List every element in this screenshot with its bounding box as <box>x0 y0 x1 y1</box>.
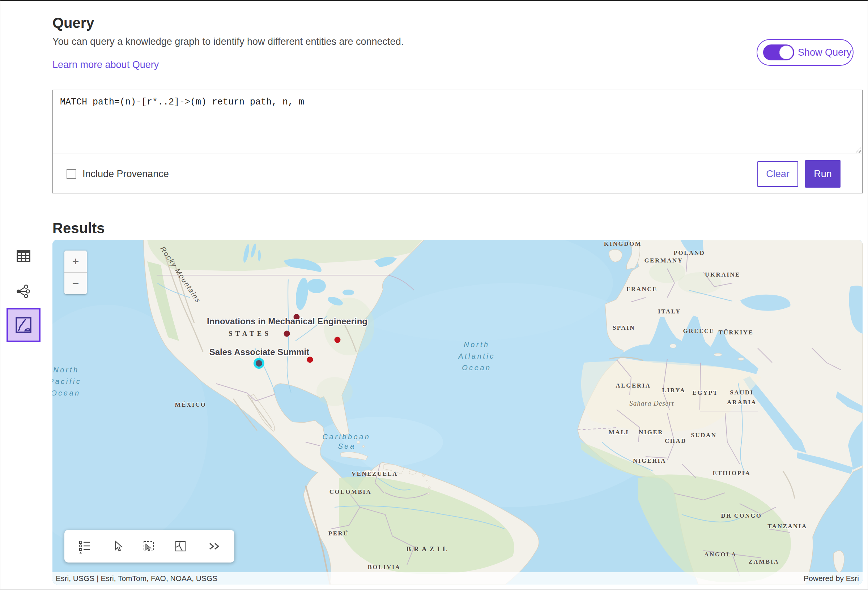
map-place-label: VENEZUELA <box>351 471 398 478</box>
legend-icon <box>77 539 92 553</box>
query-panel-footer: Include Provenance Clear Run <box>53 154 862 193</box>
map-place-label: CHAD <box>665 437 686 445</box>
map-place-label: SAUDI <box>730 389 753 396</box>
map-place-label: Caribbean <box>323 433 371 441</box>
map-place-label: STATES <box>229 330 271 338</box>
map-place-label: DR CONGO <box>721 512 762 519</box>
legend-button[interactable] <box>77 539 92 553</box>
map-place-label: KINGDOM <box>604 240 642 248</box>
map-place-label: ARABIA <box>727 399 757 406</box>
cursor-tool-button[interactable] <box>109 539 124 553</box>
show-query-toggle[interactable]: Show Query <box>757 39 853 66</box>
map-place-label: MALI <box>609 429 629 436</box>
window-left-border <box>0 0 0 590</box>
include-provenance-checkbox[interactable] <box>66 169 76 179</box>
zoom-out-button[interactable]: − <box>64 273 87 294</box>
map-place-label: Ocean <box>52 389 81 397</box>
map-icon <box>15 316 32 334</box>
map-event-label: Innovations in Mechanical Engineering <box>207 316 368 326</box>
map-place-label: ZAMBIA <box>748 558 779 565</box>
toggle-knob <box>779 46 793 59</box>
map-marker[interactable] <box>254 358 264 369</box>
map-marker[interactable] <box>284 331 290 337</box>
attribution-powered-by[interactable]: Powered by Esri <box>804 574 862 583</box>
map-place-label: SPAIN <box>613 324 635 332</box>
map-place-label: Ocean <box>462 364 491 372</box>
table-icon <box>17 250 30 262</box>
link-chart-icon <box>15 284 30 299</box>
map-place-label: PERÚ <box>328 530 348 537</box>
map-toolbar <box>64 530 234 562</box>
select-region-icon <box>173 539 188 553</box>
page-description: You can query a knowledge graph to ident… <box>52 36 404 47</box>
select-region-button[interactable] <box>173 539 188 553</box>
map-place-label: POLAND <box>674 249 705 257</box>
include-provenance-label: Include Provenance <box>83 168 169 180</box>
select-marquee-icon <box>142 539 156 553</box>
map-marker[interactable] <box>307 357 313 363</box>
query-panel: MATCH path=(n)-[r*..2]->(m) return path,… <box>52 90 862 193</box>
attribution-sources: Esri, USGS | Esri, TomTom, FAO, NOAA, US… <box>52 574 217 583</box>
map-place-label: NIGERIA <box>633 457 666 465</box>
map-place-label: UKRAINE <box>705 271 740 278</box>
clear-button[interactable]: Clear <box>757 161 798 187</box>
map-place-label: MÉXICO <box>175 401 207 409</box>
cursor-icon <box>109 539 124 553</box>
results-title: Results <box>52 220 105 236</box>
map-place-label: North <box>53 366 79 374</box>
query-input[interactable]: MATCH path=(n)-[r*..2]->(m) return path,… <box>53 90 862 154</box>
sidebar-item-link-chart-view[interactable] <box>15 284 30 300</box>
map-place-label: SUDAN <box>691 432 716 439</box>
map-zoom-control: + − <box>64 251 87 294</box>
page-title: Query <box>52 15 94 31</box>
map-place-label: LIBYA <box>662 387 686 394</box>
map-place-label: Rocky Mountains <box>158 245 202 305</box>
zoom-in-button[interactable]: + <box>64 251 87 272</box>
map-place-label: TÜRKIYE <box>719 329 754 336</box>
run-button[interactable]: Run <box>805 160 840 187</box>
show-query-label: Show Query <box>798 47 852 58</box>
window-top-border <box>0 0 868 1</box>
map-place-label: Atlantic <box>458 352 495 360</box>
map-place-label: Sea <box>338 442 356 450</box>
map-place-label: FRANCE <box>626 286 657 293</box>
map-place-label: COLOMBIA <box>329 488 371 496</box>
map-event-label: Sales Associate Summit <box>210 347 310 357</box>
map-place-label: EGYPT <box>692 389 718 397</box>
map-place-label: GERMANY <box>644 257 683 264</box>
learn-more-link[interactable]: Learn more about Query <box>52 59 159 71</box>
map-attribution: Esri, USGS | Esri, TomTom, FAO, NOAA, US… <box>52 572 862 584</box>
sidebar-item-map-view[interactable] <box>6 308 40 342</box>
map-place-label: TANZANIA <box>768 523 807 530</box>
map-place-label: GREECE <box>683 327 714 335</box>
map-place-label: Pacific <box>52 378 81 386</box>
select-marquee-button[interactable] <box>142 539 156 553</box>
expand-icon <box>205 539 221 553</box>
map-place-label: NIGER <box>639 429 663 436</box>
map-place-label: Sahara Desert <box>629 400 674 407</box>
map-marker[interactable] <box>335 337 341 343</box>
map-place-label: BRAZIL <box>406 545 450 553</box>
map-place-label: ANGOLA <box>704 551 737 558</box>
sidebar-item-table-view[interactable] <box>17 250 30 263</box>
map-place-label: BOLIVIA <box>368 563 400 571</box>
map-place-label: ETHIOPIA <box>713 470 750 477</box>
map-place-label: ALGERIA <box>616 382 651 389</box>
results-map[interactable]: KINGDOMPOLANDGERMANYUKRAINEFRANCEITALYSP… <box>52 240 862 584</box>
toggle-switch-icon[interactable] <box>763 44 794 60</box>
map-place-label: ITALY <box>658 308 681 315</box>
map-place-label: North <box>464 341 489 349</box>
expand-toolbar-button[interactable] <box>205 539 221 553</box>
